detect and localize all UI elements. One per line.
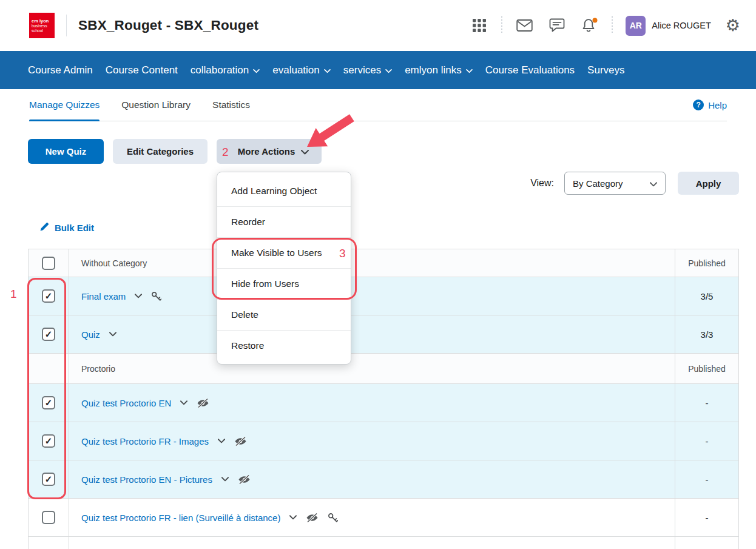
menu-item-add-learning-object[interactable]: Add Learning Object xyxy=(217,175,351,206)
course-navbar: Course Admin Course Content collaboratio… xyxy=(0,51,756,89)
row-checkbox[interactable] xyxy=(42,289,55,303)
published-value: - xyxy=(706,436,709,446)
chat-icon[interactable] xyxy=(547,16,567,35)
menu-item-reorder[interactable]: Reorder xyxy=(217,206,351,237)
key-icon xyxy=(151,291,161,301)
logo-line: school xyxy=(32,29,55,33)
logo-line: em lyon xyxy=(32,18,55,24)
annotation-step-1: 1 xyxy=(10,288,17,301)
annotation-step-3: 3 xyxy=(339,247,346,260)
nav-item-label: Surveys xyxy=(587,64,624,76)
tab-manage-quizzes[interactable]: Manage Quizzes xyxy=(29,89,100,121)
tab-question-library[interactable]: Question Library xyxy=(121,89,191,121)
published-value: 3/3 xyxy=(701,329,714,340)
chevron-down-icon[interactable] xyxy=(289,515,297,520)
table-row: Final exam 3/5 xyxy=(29,277,739,315)
table-section-header: Without Category Published xyxy=(29,249,739,277)
chevron-down-icon xyxy=(324,64,331,76)
row-checkbox[interactable] xyxy=(42,328,55,341)
eye-slash-icon xyxy=(306,513,319,523)
row-checkbox[interactable] xyxy=(42,434,55,448)
notification-dot xyxy=(593,18,598,23)
nav-item-course-content[interactable]: Course Content xyxy=(106,64,178,76)
eye-slash-icon xyxy=(197,398,209,408)
published-value: 3/5 xyxy=(701,291,714,301)
bulk-edit-label: Bulk Edit xyxy=(55,223,94,233)
divider xyxy=(612,16,613,35)
divider xyxy=(66,15,67,36)
quiz-link[interactable]: Final exam xyxy=(81,291,126,301)
tab-statistics[interactable]: Statistics xyxy=(212,89,250,121)
nav-item-emlyon-links[interactable]: emlyon links xyxy=(405,64,473,76)
view-category-select[interactable]: By Category xyxy=(564,172,666,195)
topbar-actions: AR Alice ROUGET ⚙ xyxy=(463,16,740,36)
published-value: - xyxy=(706,513,709,523)
quiz-table: Without Category Published Final exam 3/… xyxy=(28,249,739,549)
quiz-link[interactable]: Quiz test Proctorio FR - Images xyxy=(81,436,209,446)
chevron-down-icon xyxy=(301,146,309,157)
top-bar: em lyon business school SBX_Rouget - SBX… xyxy=(0,0,756,51)
chevron-down-icon[interactable] xyxy=(221,477,229,482)
waffle-icon[interactable] xyxy=(470,16,489,35)
bell-icon[interactable] xyxy=(580,16,599,35)
chevron-down-icon[interactable] xyxy=(135,294,142,298)
published-header: Published xyxy=(688,364,726,374)
nav-item-label: collaboration xyxy=(191,64,249,76)
apply-button[interactable]: Apply xyxy=(678,172,739,195)
bulk-edit-link[interactable]: Bulk Edit xyxy=(39,221,94,234)
quiz-link[interactable]: Quiz test Proctorio EN xyxy=(81,398,171,408)
chevron-down-icon xyxy=(385,64,392,76)
nav-item-label: Course Evaluations xyxy=(485,64,575,76)
divider xyxy=(501,16,502,35)
help-icon: ? xyxy=(693,99,704,110)
quiz-actions-toolbar: New Quiz Edit Categories More Actions xyxy=(28,139,739,164)
quiz-link[interactable]: Quiz test Proctorio FR - lien (Surveillé… xyxy=(81,513,280,523)
row-checkbox[interactable] xyxy=(42,511,55,524)
published-value: - xyxy=(706,474,709,485)
chevron-down-icon[interactable] xyxy=(180,400,187,405)
table-row: Quiz test Proctorio EN - xyxy=(29,384,739,422)
nav-item-collaboration[interactable]: collaboration xyxy=(191,64,260,76)
row-checkbox[interactable] xyxy=(42,396,55,409)
nav-item-surveys[interactable]: Surveys xyxy=(587,64,624,76)
new-quiz-button[interactable]: New Quiz xyxy=(28,139,104,164)
more-actions-menu: Add Learning Object Reorder Make Visible… xyxy=(217,172,351,365)
more-actions-label: More Actions xyxy=(238,146,295,157)
quiz-link[interactable]: Quiz test Proctorio EN - Pictures xyxy=(81,474,212,485)
section-title: Proctorio xyxy=(81,364,115,374)
logo-line: business xyxy=(32,24,55,29)
edit-categories-button[interactable]: Edit Categories xyxy=(113,139,208,164)
main-content: New Quiz Edit Categories More Actions Vi… xyxy=(0,139,756,549)
eye-slash-icon xyxy=(238,474,251,485)
nav-item-label: Course Content xyxy=(106,64,178,76)
menu-item-delete[interactable]: Delete xyxy=(217,299,351,330)
emlyon-logo: em lyon business school xyxy=(29,13,55,38)
table-row: Quiz test Proctorio FR - Images - xyxy=(29,422,739,460)
help-link[interactable]: ? Help xyxy=(693,89,727,121)
menu-item-restore[interactable]: Restore xyxy=(217,330,351,361)
menu-item-hide-from-users[interactable]: Hide from Users xyxy=(217,268,351,299)
mail-icon[interactable] xyxy=(515,16,534,35)
nav-item-services[interactable]: services xyxy=(343,64,392,76)
nav-item-label: emlyon links xyxy=(405,64,462,76)
published-value: - xyxy=(706,398,709,408)
nav-item-course-evaluations[interactable]: Course Evaluations xyxy=(485,64,575,76)
more-actions-button[interactable]: More Actions xyxy=(217,139,322,164)
avatar[interactable]: AR xyxy=(626,16,646,36)
nav-item-course-admin[interactable]: Course Admin xyxy=(28,64,93,76)
gear-icon[interactable]: ⚙ xyxy=(726,18,740,34)
chevron-down-icon[interactable] xyxy=(218,439,225,443)
quiz-link[interactable]: Quiz xyxy=(81,329,100,340)
tab-bar: Manage Quizzes Question Library Statisti… xyxy=(29,89,727,121)
course-title: SBX_Rouget - SBX_Rouget xyxy=(78,18,258,33)
nav-item-evaluation[interactable]: evaluation xyxy=(272,64,331,76)
menu-item-make-visible-to-users[interactable]: Make Visible to Users xyxy=(217,237,351,268)
table-section-header: Proctorio Published xyxy=(29,354,739,384)
eye-slash-icon xyxy=(234,436,247,446)
help-label: Help xyxy=(708,100,727,110)
chevron-down-icon xyxy=(466,64,473,76)
nav-item-label: Course Admin xyxy=(28,64,93,76)
select-all-checkbox[interactable] xyxy=(42,257,55,270)
chevron-down-icon[interactable] xyxy=(109,332,116,337)
row-checkbox[interactable] xyxy=(42,473,55,486)
